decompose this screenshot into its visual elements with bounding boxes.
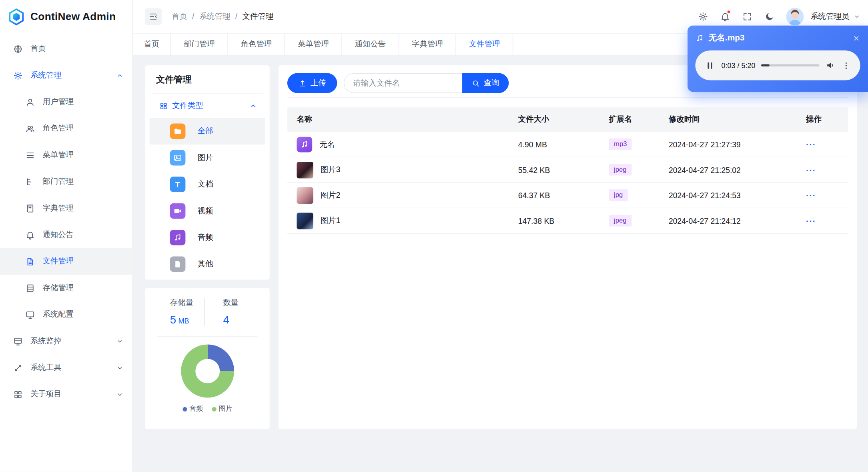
music-icon <box>170 230 186 245</box>
legend-item-图片[interactable]: 图片 <box>212 404 232 414</box>
chevron-down-icon <box>116 391 123 398</box>
volume-icon <box>826 60 836 70</box>
tab-部门管理[interactable]: 部门管理 <box>171 34 228 55</box>
volume-button[interactable] <box>826 60 836 70</box>
file-type-其他[interactable]: 其他 <box>149 251 265 277</box>
sidebar-item-通知公告[interactable]: 通知公告 <box>0 221 132 248</box>
search-input[interactable] <box>344 73 462 93</box>
left-column: 文件管理 文件类型 全部 图片 文档 视频 音频 其他 <box>145 65 269 429</box>
file-type-文档[interactable]: 文档 <box>149 171 265 197</box>
tab-角色管理[interactable]: 角色管理 <box>228 34 285 55</box>
table-row[interactable]: 无名 4.90 MB mp3 2024-04-27 21:27:39 ··· <box>287 132 848 157</box>
storage-unit: MB <box>178 317 189 325</box>
breadcrumb-item[interactable]: 首页 <box>172 12 187 22</box>
breadcrumb-item[interactable]: 系统管理 <box>199 12 230 22</box>
sidebar-item-用户管理[interactable]: 用户管理 <box>0 88 132 115</box>
sidebar-item-系统监控[interactable]: 系统监控 <box>0 328 132 354</box>
sidebar-item-菜单管理[interactable]: 菜单管理 <box>0 142 132 168</box>
more-actions-button[interactable]: ··· <box>806 140 816 149</box>
file-type-全部[interactable]: 全部 <box>149 118 265 145</box>
settings-button[interactable] <box>694 8 712 25</box>
sidebar-item-存储管理[interactable]: 存储管理 <box>0 275 132 301</box>
more-actions-button[interactable]: ··· <box>806 191 816 200</box>
sidebar-item-文件管理[interactable]: 文件管理 <box>0 248 132 275</box>
grid-icon <box>13 390 23 399</box>
image-icon <box>173 153 182 162</box>
sidebar: ContiNew Admin 首页 系统管理 用户管理 角色管理 菜单管理 部门… <box>0 0 133 472</box>
file-type-group-header[interactable]: 文件类型 <box>149 94 265 118</box>
user-icon <box>26 97 35 107</box>
storage-label: 存储量 <box>170 298 204 308</box>
dark-mode-button[interactable] <box>761 8 778 25</box>
sidebar-item-部门管理[interactable]: 部门管理 <box>0 169 132 195</box>
file-type-图片[interactable]: 图片 <box>149 145 265 171</box>
sidebar-item-系统工具[interactable]: 系统工具 <box>0 354 132 381</box>
column-header: 扩展名 <box>609 114 669 125</box>
sidebar-menu: 首页 系统管理 用户管理 角色管理 菜单管理 部门管理 字典管理 通知公告 文件… <box>0 33 132 472</box>
table-row[interactable]: 图片2 64.37 KB jpg 2024-04-27 21:24:53 ··· <box>287 183 848 208</box>
table-row[interactable]: 图片3 55.42 KB jpeg 2024-04-27 21:25:02 ··… <box>287 157 848 183</box>
stats-row: 存储量 5MB 数量 4 <box>157 298 257 326</box>
legend-item-音频[interactable]: 音频 <box>182 404 203 414</box>
user-avatar[interactable] <box>786 8 804 25</box>
column-header: 操作 <box>802 114 848 125</box>
breadcrumb: 首页/系统管理/文件管理 <box>172 12 273 22</box>
tab-通知公告[interactable]: 通知公告 <box>342 34 399 55</box>
column-header: 文件大小 <box>518 114 609 125</box>
folder-icon <box>170 123 186 139</box>
fullscreen-button[interactable] <box>738 8 756 25</box>
column-header: 名称 <box>287 114 518 125</box>
folder-icon <box>173 127 182 136</box>
query-button[interactable]: 查询 <box>462 73 509 93</box>
search-group: 查询 <box>344 73 509 93</box>
file-type-list: 全部 图片 文档 视频 音频 其他 <box>149 118 265 277</box>
ext-tag: jpg <box>609 189 628 201</box>
player-menu-button[interactable] <box>842 60 851 70</box>
kebab-menu-icon <box>842 60 851 70</box>
modified-time: 2024-04-27 21:25:02 <box>669 165 802 174</box>
tab-文件管理[interactable]: 文件管理 <box>456 34 513 55</box>
divider <box>288 97 848 98</box>
more-actions-button[interactable]: ··· <box>806 165 816 175</box>
user-menu-caret[interactable] <box>854 13 860 20</box>
chevron-up-icon <box>249 102 257 110</box>
count-value: 4 <box>223 313 229 325</box>
sidebar-item-关于项目[interactable]: 关于项目 <box>0 381 132 408</box>
app-logo-icon <box>7 8 26 26</box>
player-progress-bar[interactable] <box>762 64 820 66</box>
more-actions-button[interactable]: ··· <box>806 216 816 225</box>
tab-菜单管理[interactable]: 菜单管理 <box>285 34 342 55</box>
tab-首页[interactable]: 首页 <box>133 34 171 55</box>
pause-button[interactable] <box>705 60 715 70</box>
file-size: 55.42 KB <box>518 165 609 174</box>
sidebar-item-字典管理[interactable]: 字典管理 <box>0 195 132 221</box>
video-icon <box>173 207 182 215</box>
app-logo[interactable]: ContiNew Admin <box>0 0 132 33</box>
player-close-button[interactable] <box>852 34 860 42</box>
storage-icon <box>26 283 35 293</box>
table-row[interactable]: 图片1 147.38 KB jpeg 2024-04-27 21:24:12 ·… <box>287 208 848 234</box>
sidebar-collapse-button[interactable] <box>145 8 161 25</box>
upload-icon <box>299 79 307 87</box>
chart-legend: 音频 图片 <box>157 404 257 414</box>
user-name[interactable]: 系统管理员 <box>810 12 849 22</box>
text-icon <box>170 177 186 192</box>
header-actions: 系统管理员 <box>694 8 860 25</box>
upload-button[interactable]: 上传 <box>287 73 337 93</box>
sidebar-item-系统配置[interactable]: 系统配置 <box>0 301 132 328</box>
sidebar-item-角色管理[interactable]: 角色管理 <box>0 115 132 142</box>
breadcrumb-item[interactable]: 文件管理 <box>243 12 273 22</box>
file-type-视频[interactable]: 视频 <box>149 198 265 224</box>
player-progress-fill <box>762 64 770 66</box>
tab-字典管理[interactable]: 字典管理 <box>399 34 456 55</box>
file-type-音频[interactable]: 音频 <box>149 224 265 251</box>
fullscreen-icon <box>742 12 752 22</box>
notification-badge <box>727 10 731 14</box>
collapse-menu-icon <box>149 12 158 21</box>
sidebar-item-系统管理[interactable]: 系统管理 <box>0 62 132 88</box>
sidebar-item-首页[interactable]: 首页 <box>0 36 132 62</box>
chevron-up-icon <box>116 72 123 79</box>
notifications-button[interactable] <box>716 8 734 25</box>
storage-value: 5 <box>170 313 176 325</box>
file-list-panel: 上传 查询 名称文件大小扩展名修改时间操作 无名 4.90 MB <box>279 65 857 429</box>
